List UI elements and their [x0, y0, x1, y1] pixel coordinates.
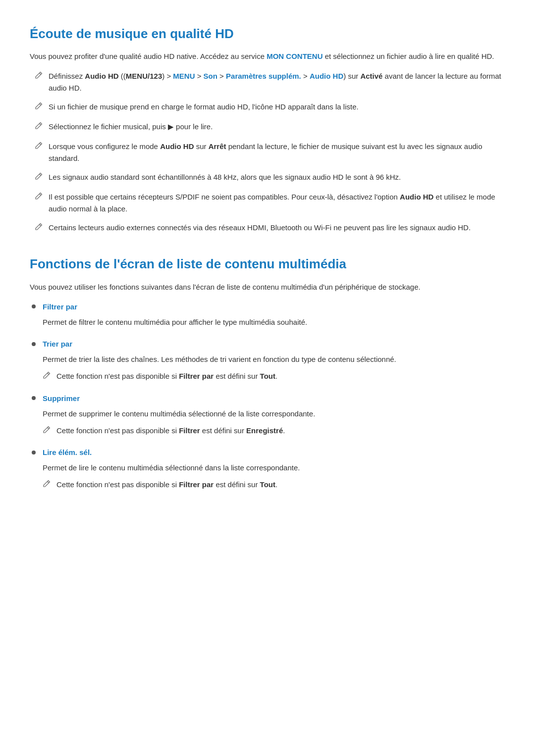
- sub-note-lire-elem-sel-1: Cette fonction n'est pas disponible si F…: [43, 479, 505, 491]
- bullet-desc-trier-par: Permet de trier la liste des chaînes. Le…: [43, 353, 505, 365]
- pencil-icon-lire-elem-sel-1: [43, 479, 51, 491]
- bullet-item-filtrer-par: Filtrer par Permet de filtrer le contenu…: [30, 301, 505, 328]
- intro-suffix: et sélectionnez un fichier audio à lire …: [322, 52, 494, 60]
- bullet-header-lire-elem-sel: Lire élém. sél.: [30, 447, 505, 458]
- section2-intro: Vous pouvez utiliser les fonctions suiva…: [30, 281, 505, 293]
- bullet-item-lire-elem-sel: Lire élém. sél. Permet de lire le conten…: [30, 447, 505, 491]
- note-item-6: Il est possible que certains récepteurs …: [30, 191, 505, 215]
- note-item-3: Sélectionnez le fichier musical, puis ▶ …: [30, 121, 505, 134]
- pencil-icon-5: [35, 172, 43, 184]
- bullet-label-lire-elem-sel: Lire élém. sél.: [43, 447, 92, 458]
- sub-note-text-trier-par-1: Cette fonction n'est pas disponible si F…: [56, 370, 277, 382]
- note-list-section1: Définissez Audio HD ((MENU/123) > MENU >…: [30, 70, 505, 234]
- pencil-icon-4: [35, 141, 43, 153]
- bullet-list-section2: Filtrer par Permet de filtrer le contenu…: [30, 301, 505, 491]
- bullet-label-filtrer-par: Filtrer par: [43, 301, 77, 312]
- bullet-desc-filtrer-par: Permet de filtrer le contenu multimédia …: [43, 316, 505, 328]
- note-text-2: Si un fichier de musique prend en charge…: [49, 101, 359, 113]
- sub-note-supprimer-1: Cette fonction n'est pas disponible si F…: [43, 425, 505, 437]
- bullet-label-supprimer: Supprimer: [43, 393, 80, 404]
- note-item-5: Les signaux audio standard sont échantil…: [30, 171, 505, 184]
- note-text-5: Les signaux audio standard sont échantil…: [49, 171, 401, 183]
- bullet-item-trier-par: Trier par Permet de trier la liste des c…: [30, 338, 505, 383]
- pencil-icon-supprimer-1: [43, 425, 51, 437]
- note-text-6: Il est possible que certains récepteurs …: [49, 191, 505, 215]
- section-hd-audio: Écoute de musique en qualité HD Vous pou…: [30, 24, 505, 234]
- bullet-label-trier-par: Trier par: [43, 338, 72, 350]
- intro-link: MON CONTENU: [267, 52, 322, 60]
- bullet-desc-supprimer: Permet de supprimer le contenu multimédi…: [43, 408, 505, 420]
- note-text-1: Définissez Audio HD ((MENU/123) > MENU >…: [49, 70, 505, 94]
- sub-note-trier-par-1: Cette fonction n'est pas disponible si F…: [43, 370, 505, 382]
- bullet-header-filtrer-par: Filtrer par: [30, 301, 505, 312]
- bullet-header-trier-par: Trier par: [30, 338, 505, 350]
- section1-intro: Vous pouvez profiter d'une qualité audio…: [30, 50, 505, 62]
- bullet-header-supprimer: Supprimer: [30, 393, 505, 404]
- bullet-dot-supprimer: [32, 396, 36, 400]
- note-item-4: Lorsque vous configurez le mode Audio HD…: [30, 141, 505, 164]
- bullet-item-supprimer: Supprimer Permet de supprimer le contenu…: [30, 393, 505, 437]
- sub-note-text-lire-elem-sel-1: Cette fonction n'est pas disponible si F…: [56, 479, 277, 491]
- note-text-3: Sélectionnez le fichier musical, puis ▶ …: [49, 121, 213, 133]
- section2-title: Fonctions de l'écran de liste de contenu…: [30, 254, 505, 274]
- note-text-7: Certains lecteurs audio externes connect…: [49, 222, 471, 234]
- note-item-1: Définissez Audio HD ((MENU/123) > MENU >…: [30, 70, 505, 94]
- bullet-dot-filtrer-par: [32, 304, 36, 308]
- section-multimedia-functions: Fonctions de l'écran de liste de contenu…: [30, 254, 505, 491]
- sub-note-text-supprimer-1: Cette fonction n'est pas disponible si F…: [56, 425, 285, 437]
- note-item-7: Certains lecteurs audio externes connect…: [30, 222, 505, 235]
- pencil-icon-trier-par-1: [43, 371, 51, 382]
- bullet-desc-lire-elem-sel: Permet de lire le contenu multimédia sél…: [43, 462, 505, 474]
- intro-text: Vous pouvez profiter d'une qualité audio…: [30, 52, 267, 60]
- pencil-icon-6: [35, 192, 43, 204]
- pencil-icon-7: [35, 222, 43, 235]
- section1-title: Écoute de musique en qualité HD: [30, 24, 505, 44]
- note-text-4: Lorsque vous configurez le mode Audio HD…: [49, 141, 505, 164]
- pencil-icon-3: [35, 121, 43, 134]
- note-item-2: Si un fichier de musique prend en charge…: [30, 101, 505, 114]
- bullet-dot-trier-par: [32, 342, 36, 346]
- bullet-dot-lire-elem-sel: [32, 451, 36, 454]
- pencil-icon-1: [35, 71, 43, 83]
- pencil-icon-2: [35, 101, 43, 114]
